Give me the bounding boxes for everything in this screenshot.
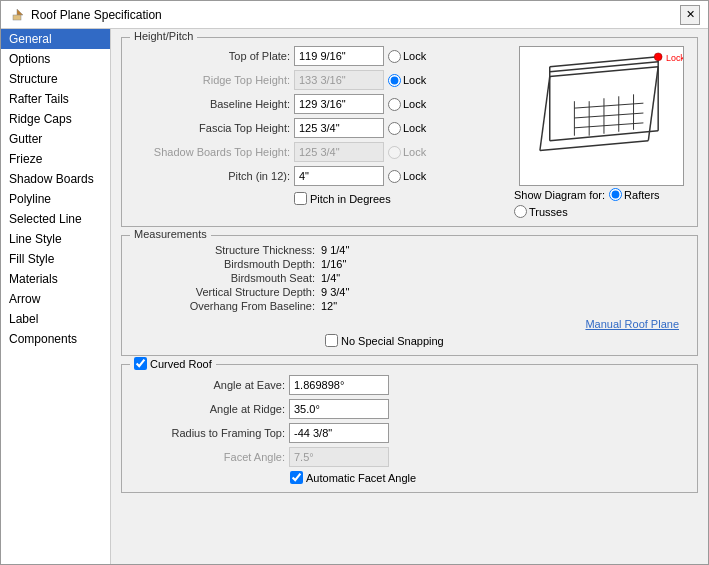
app-icon [9,7,25,23]
show-diagram-trusses-radio[interactable] [514,205,527,218]
main-window: Roof Plane Specification ✕ General Optio… [0,0,709,565]
angle-at-ridge-input[interactable] [289,399,389,419]
vertical-structure-depth-label: Vertical Structure Depth: [130,286,315,298]
pitch-lock-label: Lock [403,170,426,182]
diagram-area: Lock Show Diagram for: Rafters Tru [514,46,689,218]
height-pitch-group: Height/Pitch Top of Plate: Lock [121,37,698,227]
sidebar-item-selected-line[interactable]: Selected Line [1,209,110,229]
shadow-boards-top-height-lock-label: Lock [403,146,426,158]
show-diagram-rafters-radio[interactable] [609,188,622,201]
svg-rect-1 [13,15,21,20]
fascia-top-height-lock: Lock [388,122,426,135]
pitch-in-degrees-checkbox[interactable] [294,192,307,205]
sidebar-item-options[interactable]: Options [1,49,110,69]
pitch-input[interactable] [294,166,384,186]
curved-roof-checkbox[interactable] [134,357,147,370]
sidebar-item-materials[interactable]: Materials [1,269,110,289]
angle-at-eave-input[interactable] [289,375,389,395]
vertical-structure-depth-value: 9 3/4" [321,286,349,298]
facet-angle-input [289,447,389,467]
curved-fields: Angle at Eave: Angle at Ridge: Radius to… [130,375,689,484]
height-pitch-content: Top of Plate: Lock Ridge Top Height: [130,46,689,218]
shadow-boards-top-height-radio [388,146,401,159]
manual-roof-plane-link[interactable]: Manual Roof Plane [585,318,679,330]
height-pitch-fields: Top of Plate: Lock Ridge Top Height: [130,46,506,218]
ridge-top-height-radio[interactable] [388,74,401,87]
sidebar-item-gutter[interactable]: Gutter [1,129,110,149]
pitch-radio[interactable] [388,170,401,183]
auto-facet-checkbox[interactable] [290,471,303,484]
baseline-height-radio[interactable] [388,98,401,111]
overhang-label: Overhang From Baseline: [130,300,315,312]
sidebar-item-arrow[interactable]: Arrow [1,289,110,309]
pitch-degrees-row: Pitch in Degrees [130,192,506,205]
birdsmouth-depth-value: 1/16" [321,258,346,270]
curved-roof-group-label: Curved Roof [130,357,216,370]
show-diagram-rafters-label[interactable]: Rafters [609,188,659,201]
curved-roof-section: Curved Roof Angle at Eave: Angle at Ridg… [121,364,698,493]
height-pitch-label: Height/Pitch [130,30,197,42]
curved-roof-group: Curved Roof Angle at Eave: Angle at Ridg… [121,364,698,493]
radius-framing-top-row: Radius to Framing Top: [130,423,689,443]
svg-marker-0 [17,9,23,15]
sidebar: General Options Structure Rafter Tails R… [1,29,111,564]
baseline-height-label: Baseline Height: [130,98,290,110]
no-special-snapping-checkbox[interactable] [325,334,338,347]
fascia-top-height-radio[interactable] [388,122,401,135]
sidebar-item-polyline[interactable]: Polyline [1,189,110,209]
shadow-boards-top-height-row: Shadow Boards Top Height: Lock [130,142,506,162]
sidebar-item-components[interactable]: Components [1,329,110,349]
ridge-top-height-label: Ridge Top Height: [130,74,290,86]
sidebar-item-shadow-boards[interactable]: Shadow Boards [1,169,110,189]
ridge-top-height-row: Ridge Top Height: Lock [130,70,506,90]
angle-at-eave-row: Angle at Eave: [130,375,689,395]
structure-thickness-label: Structure Thickness: [130,244,315,256]
show-diagram-trusses-label[interactable]: Trusses [514,205,568,218]
shadow-boards-top-height-label: Shadow Boards Top Height: [130,146,290,158]
measurements-content: Structure Thickness: 9 1/4" Birdsmouth D… [130,244,689,347]
fascia-top-height-row: Fascia Top Height: Lock [130,118,506,138]
ridge-top-height-lock: Lock [388,74,426,87]
facet-angle-label: Facet Angle: [130,451,285,463]
pitch-in-degrees-label[interactable]: Pitch in Degrees [294,192,391,205]
curved-roof-label-text: Curved Roof [150,358,212,370]
radius-framing-top-input[interactable] [289,423,389,443]
top-of-plate-label: Top of Plate: [130,50,290,62]
auto-facet-text: Automatic Facet Angle [306,472,416,484]
sidebar-item-rafter-tails[interactable]: Rafter Tails [1,89,110,109]
meas-row-overhang: Overhang From Baseline: 12" [130,300,689,312]
close-button[interactable]: ✕ [680,5,700,25]
title-bar-left: Roof Plane Specification [9,7,162,23]
pitch-label: Pitch (in 12): [130,170,290,182]
sidebar-item-structure[interactable]: Structure [1,69,110,89]
title-bar: Roof Plane Specification ✕ [1,1,708,29]
meas-row-birdsmouth-depth: Birdsmouth Depth: 1/16" [130,258,689,270]
sidebar-item-fill-style[interactable]: Fill Style [1,249,110,269]
curved-roof-checkbox-label[interactable]: Curved Roof [134,357,212,370]
sidebar-item-ridge-caps[interactable]: Ridge Caps [1,109,110,129]
baseline-height-input[interactable] [294,94,384,114]
sidebar-item-frieze[interactable]: Frieze [1,149,110,169]
radius-framing-top-label: Radius to Framing Top: [130,427,285,439]
top-of-plate-lock: Lock [388,50,426,63]
birdsmouth-depth-label: Birdsmouth Depth: [130,258,315,270]
top-of-plate-radio[interactable] [388,50,401,63]
diagram-box: Lock [519,46,684,186]
ridge-top-height-input [294,70,384,90]
show-diagram-row: Show Diagram for: Rafters Trusses [514,188,689,218]
angle-at-ridge-row: Angle at Ridge: [130,399,689,419]
meas-row-birdsmouth-seat: Birdsmouth Seat: 1/4" [130,272,689,284]
auto-facet-label[interactable]: Automatic Facet Angle [290,471,416,484]
sidebar-item-line-style[interactable]: Line Style [1,229,110,249]
fascia-top-height-input[interactable] [294,118,384,138]
no-special-snapping-label[interactable]: No Special Snapping [325,334,444,347]
top-of-plate-input[interactable] [294,46,384,66]
measurements-label: Measurements [130,228,211,240]
svg-point-20 [654,53,662,61]
sidebar-item-general[interactable]: General [1,29,110,49]
ridge-top-height-lock-label: Lock [403,74,426,86]
snapping-row: No Special Snapping [130,334,689,347]
birdsmouth-seat-label: Birdsmouth Seat: [130,272,315,284]
show-diagram-label: Show Diagram for: [514,189,605,201]
sidebar-item-label[interactable]: Label [1,309,110,329]
